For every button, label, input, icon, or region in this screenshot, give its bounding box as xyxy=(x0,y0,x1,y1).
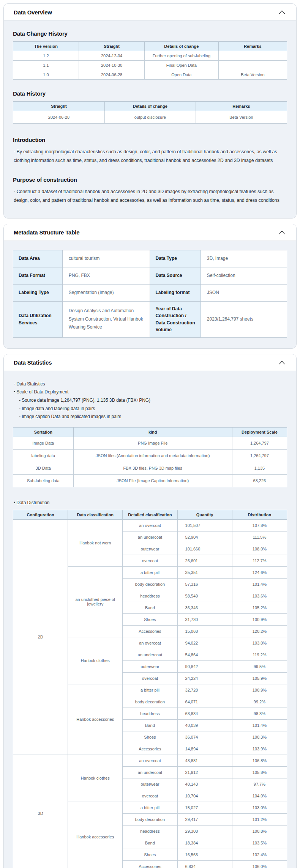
quantity-cell: 63,834 xyxy=(177,708,232,719)
metadata-label: Labeling Type xyxy=(13,284,63,301)
table-row: labeling dataJSON files (Annotation info… xyxy=(13,449,287,462)
detailed-classification-cell: outerwear xyxy=(123,543,177,555)
chevron-up-icon[interactable] xyxy=(278,359,286,366)
detailed-classification-cell: headdress xyxy=(123,590,177,602)
table-cell: Further opening of sub-labeling xyxy=(145,51,219,61)
card-title-statistics: Data Statistics xyxy=(14,359,52,366)
distribution-cell: 119.2% xyxy=(232,649,287,660)
metadata-label: Labeling format xyxy=(150,284,201,301)
distribution-row: 3DHanbok clothesan overcoat43,881106.8% xyxy=(13,755,287,766)
detailed-classification-cell: overcoat xyxy=(123,555,177,566)
data-overview-header[interactable]: Data Overview xyxy=(4,4,296,20)
table-header-row: The versionStraightDetails of changeRema… xyxy=(13,42,287,51)
quantity-cell: 35,351 xyxy=(177,566,232,578)
detailed-classification-cell: overcoat xyxy=(123,672,177,684)
detailed-classification-cell: an undercoat xyxy=(123,649,177,660)
column-header: The version xyxy=(13,42,79,51)
metadata-structure-card: Metadata Structure Table Data Areacultur… xyxy=(3,224,297,349)
metadata-label: Data Source xyxy=(150,267,201,284)
detailed-classification-cell: an undercoat xyxy=(123,766,177,778)
note-line: • Scale of Data Deployment xyxy=(14,388,286,396)
chevron-up-icon[interactable] xyxy=(278,9,286,16)
detailed-classification-cell: Accessories xyxy=(123,743,177,755)
distribution-cell: 124.6% xyxy=(232,566,287,578)
quantity-cell: 54,864 xyxy=(177,649,232,660)
table-cell: 1.2 xyxy=(13,51,79,61)
column-header: Distribution xyxy=(232,510,287,519)
data-distribution-heading: • Data Distribution xyxy=(14,500,286,505)
column-header: Details of change xyxy=(145,42,219,51)
detailed-classification-cell: an overcoat xyxy=(123,637,177,649)
distribution-cell: 101.2% xyxy=(232,813,287,825)
table-cell: 1,264,797 xyxy=(232,437,287,449)
column-header: kind xyxy=(73,427,232,437)
column-header: Deployment Scale xyxy=(232,427,287,437)
metadata-label: Data Type xyxy=(150,250,201,267)
metadata-structure-header[interactable]: Metadata Structure Table xyxy=(4,224,296,241)
quantity-cell: 58,549 xyxy=(177,590,232,602)
card-title-metadata: Metadata Structure Table xyxy=(14,229,79,236)
quantity-cell: 40,039 xyxy=(177,719,232,731)
data-history-table: StraightDetails of changeRemarks2024-06-… xyxy=(13,101,287,124)
data-statistics-header[interactable]: Data Statistics xyxy=(4,354,296,371)
metadata-structure-body: Data Areacultural tourismData Type3D, Im… xyxy=(4,241,296,348)
distribution-cell: 100.3% xyxy=(232,731,287,743)
classification-cell: an unclothed piece of jewellery xyxy=(68,566,123,637)
column-header: Remarks xyxy=(196,102,287,111)
chevron-up-icon[interactable] xyxy=(278,229,286,236)
distribution-cell: 99.2% xyxy=(232,696,287,708)
distribution-cell: 103.0% xyxy=(232,802,287,813)
detailed-classification-cell: headdress xyxy=(123,708,177,719)
table-cell: 2024-10-30 xyxy=(79,61,145,70)
statistics-notes: - Data Statistics• Scale of Data Deploym… xyxy=(14,380,286,421)
table-header-row: ConfigurationData classificationDetailed… xyxy=(13,510,287,519)
column-header: Configuration xyxy=(13,510,68,519)
table-row: 2024-06-28output disclosureBeta Version xyxy=(13,111,287,124)
metadata-row: Data Utilization ServicesDesign Analysis… xyxy=(13,301,287,337)
distribution-cell: 100.8% xyxy=(232,825,287,837)
detailed-classification-cell: Shoes xyxy=(123,849,177,860)
quantity-cell: 29,417 xyxy=(177,813,232,825)
column-header: Quantity xyxy=(177,510,232,519)
metadata-value: Design Analysis and Automation System Co… xyxy=(62,301,150,337)
detailed-classification-cell: overcoat xyxy=(123,790,177,802)
table-cell: labeling data xyxy=(13,449,74,462)
detailed-classification-cell: an overcoat xyxy=(123,755,177,766)
classification-cell: Hanbok clothes xyxy=(68,755,123,802)
quantity-cell: 14,894 xyxy=(177,743,232,755)
data-overview-body: Data Change History The versionStraightD… xyxy=(4,20,296,218)
quantity-cell: 43,881 xyxy=(177,755,232,766)
table-cell: 1.0 xyxy=(13,70,79,80)
detailed-classification-cell: body decoration xyxy=(123,578,177,590)
metadata-row: Data FormatPNG, FBXData SourceSelf-colle… xyxy=(13,267,287,284)
metadata-label: Data Format xyxy=(13,267,63,284)
table-cell: Final Open Data xyxy=(145,61,219,70)
distribution-cell: 103.0% xyxy=(232,637,287,649)
classification-cell: Hanbok accessories xyxy=(68,802,123,868)
introduction-text: - By extracting morphological characteri… xyxy=(14,148,286,165)
table-cell: Beta Version xyxy=(196,111,287,124)
table-cell: Beta Version xyxy=(218,70,287,80)
table-cell: 2024-06-28 xyxy=(79,70,145,80)
metadata-value: Self-collection xyxy=(201,267,287,284)
quantity-cell: 6,834 xyxy=(177,860,232,868)
distribution-cell: 106.8% xyxy=(232,755,287,766)
quantity-cell: 31,730 xyxy=(177,613,232,625)
classification-cell: Hanbok accessories xyxy=(68,684,123,755)
quantity-cell: 16,563 xyxy=(177,849,232,860)
quantity-cell: 15,027 xyxy=(177,802,232,813)
table-cell xyxy=(218,61,287,70)
detailed-classification-cell: Shoes xyxy=(123,731,177,743)
note-line: - Image data and labeling data in pairs xyxy=(14,405,286,413)
distribution-cell: 100.9% xyxy=(232,613,287,625)
table-cell: 1.1 xyxy=(13,61,79,70)
quantity-cell: 36,346 xyxy=(177,602,232,613)
metadata-value: Segmentation (Image) xyxy=(62,284,150,301)
note-line: - Source data image 1,264,797 (PNG), 1,1… xyxy=(14,396,286,405)
distribution-cell: 120.2% xyxy=(232,625,287,637)
distribution-cell: 101.4% xyxy=(232,578,287,590)
detailed-classification-cell: a bitter pill xyxy=(123,802,177,813)
quantity-cell: 24,224 xyxy=(177,672,232,684)
metadata-row: Labeling TypeSegmentation (Image)Labelin… xyxy=(13,284,287,301)
detailed-classification-cell: body decoration xyxy=(123,813,177,825)
